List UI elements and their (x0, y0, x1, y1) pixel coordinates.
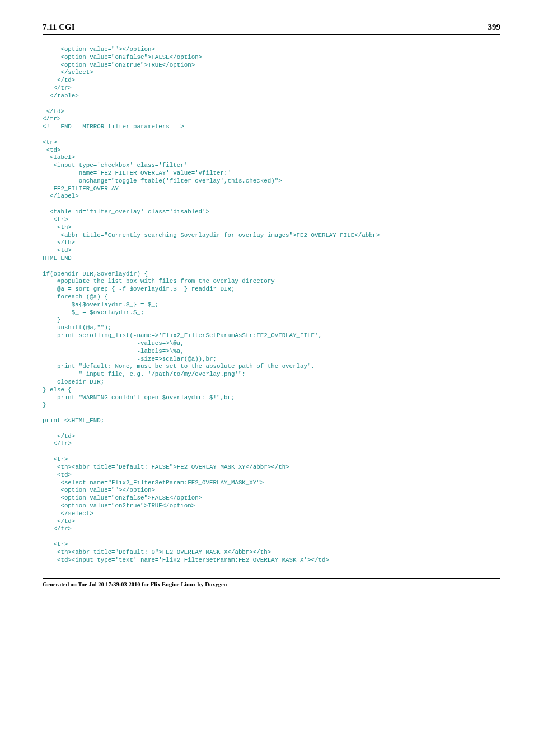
page: 7.11 CGI 399 <option value=""></option> … (0, 0, 534, 756)
header-section: 7.11 CGI (43, 22, 75, 32)
header-rule (43, 34, 500, 35)
header-page-number: 399 (488, 22, 501, 32)
footer-generated: Generated on Tue Jul 20 17:39:03 2010 fo… (43, 581, 500, 587)
footer-rule (43, 578, 500, 579)
page-header: 7.11 CGI 399 (43, 22, 500, 32)
code-listing: <option value=""></option> <option value… (43, 46, 500, 564)
